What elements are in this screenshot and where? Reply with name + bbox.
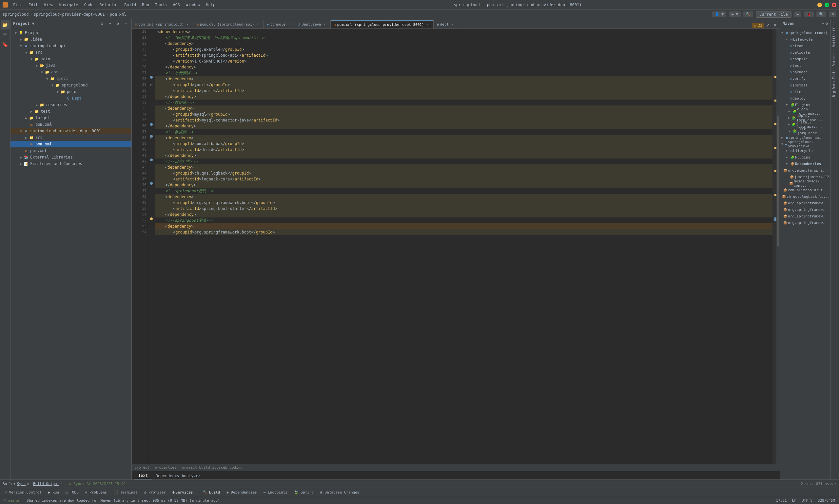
tree-springcloud-api[interactable]: ▼ ◼ springcloud-api — [11, 42, 132, 49]
tab-close-icon[interactable]: × — [287, 22, 291, 27]
line-separator[interactable]: LF — [791, 499, 798, 503]
warning-count[interactable]: ⚠ 22 — [752, 23, 764, 28]
maven-dep-mysql[interactable]: 📦 mysql:mysql-con... — [780, 180, 831, 187]
tab-pom-api[interactable]: m pom.xml (springcloud-api) × — [193, 20, 264, 29]
tree-qiezi[interactable]: ▼ 📁 qiezi — [11, 75, 132, 82]
maven-lifecycle-deploy[interactable]: ⚙ deploy — [780, 95, 831, 102]
debug-button[interactable]: 🐞 — [804, 12, 814, 17]
build-output-close-button[interactable]: × — [60, 482, 63, 486]
services-button[interactable]: ⚙ Services — [171, 490, 195, 495]
bottom-tab-properties[interactable]: properties — [155, 465, 176, 470]
bookmarks-toggle[interactable]: 🔖 — [1, 40, 10, 49]
tab-console[interactable]: ▶ console × — [264, 20, 295, 29]
tab-close-icon[interactable]: × — [256, 22, 260, 27]
maven-dep-druid[interactable]: 📦 com.alibaba:drui... — [780, 187, 831, 193]
maven-lifecycle-verify[interactable]: ⚙ verify — [780, 75, 831, 82]
gear-icon[interactable]: ⚙ — [115, 20, 121, 27]
tree-external-libs[interactable]: ▶ 📚 External Libraries — [11, 154, 132, 160]
tab-close-icon[interactable]: × — [450, 22, 455, 27]
collapse-all-button[interactable]: ⊟ — [99, 20, 105, 27]
version-control-button[interactable]: ⑂ Version Control — [3, 490, 43, 495]
bookmark-marker-43[interactable] — [150, 159, 153, 161]
close-button[interactable]: × — [832, 3, 836, 7]
bookmark-marker-33[interactable] — [150, 123, 153, 126]
sync-close-button[interactable]: × — [27, 482, 29, 486]
tab-close-icon[interactable]: × — [322, 22, 327, 27]
build-expand-button[interactable]: ↑ — [834, 482, 836, 486]
maven-plugin-site[interactable]: ▶ 🧩 site (org.apac... — [780, 128, 831, 134]
minimize-button[interactable]: − — [817, 3, 822, 7]
split-editor-button[interactable]: ⊞ — [772, 22, 779, 29]
tree-springcloud-pkg[interactable]: ▼ 📁 springcloud — [11, 82, 132, 88]
scroll-to-end-button[interactable]: ↔ — [106, 20, 113, 27]
memory-indicator[interactable]: 328/845M — [816, 499, 836, 503]
maven-lifecycle-test[interactable]: ⚙ test — [780, 62, 831, 69]
editor-scrollbar-thumb[interactable] — [777, 116, 779, 246]
problems-button[interactable]: ⊗ Problems — [83, 490, 109, 495]
big-data-tools-toggle[interactable]: Big Data Tools — [832, 68, 839, 98]
bottom-tab-project[interactable]: project — [134, 465, 150, 470]
maven-dep-logback[interactable]: 📦 ch.qos.logback:lo... — [780, 193, 831, 200]
bottom-tab-source-encoding[interactable]: project.build.sourceEncoding — [182, 465, 243, 470]
bookmark-marker-53[interactable] — [150, 217, 153, 220]
tree-java[interactable]: ▼ 📂 java — [11, 62, 132, 69]
menu-edit[interactable]: Edit — [26, 2, 41, 8]
profile-button[interactable]: 👤 ▼ — [712, 12, 726, 17]
maven-lifecycle-compile[interactable]: ⚙ compile — [780, 56, 831, 62]
tab-pom-provider[interactable]: m pom.xml (springcloud-provider-dept-800… — [331, 20, 434, 29]
breadcrumb-springcloud[interactable]: springcloud — [3, 12, 29, 17]
tree-pom-provider[interactable]: m pom.xml — [11, 141, 132, 147]
menu-code[interactable]: Code — [82, 2, 97, 8]
run-button-bottom[interactable]: ▶ Run — [46, 490, 61, 495]
terminal-button[interactable]: ⬛ Terminal — [111, 490, 140, 495]
menu-navigate[interactable]: Navigate — [57, 2, 81, 8]
tree-target[interactable]: ▶ 📁 target — [11, 114, 132, 121]
current-file-selector[interactable]: Current File — [756, 11, 791, 18]
maven-lifecycle-clean[interactable]: ⚙ clean — [780, 42, 831, 49]
menu-help[interactable]: Help — [203, 2, 218, 8]
maven-provider-plugins[interactable]: ▶ 🧩 Plugins — [780, 154, 831, 160]
tree-src-1[interactable]: ▼ 📁 src — [11, 49, 132, 56]
notifications-panel-toggle[interactable]: Notifications — [832, 20, 839, 49]
menu-tools[interactable]: Tools — [152, 2, 170, 8]
bookmark-marker-48[interactable] — [150, 182, 153, 185]
project-panel-toggle[interactable]: 📁 — [1, 20, 10, 30]
code-editor[interactable]: <dependencies> <!--我们需要拿到实体类，所以要配置api mo… — [155, 29, 772, 464]
maven-dep-org-example[interactable]: 📦 org.example:spri... — [780, 167, 831, 174]
tab-close-icon[interactable]: × — [185, 22, 190, 27]
maven-springcloud-provider[interactable]: ▼ ◼ springcloud-provider-d... — [780, 141, 831, 147]
tree-pom-api[interactable]: m pom.xml — [11, 121, 132, 128]
tree-resources[interactable]: ▶ 📁 resources — [11, 102, 132, 108]
tab-close-icon[interactable]: × — [425, 22, 430, 27]
tab-dept-db[interactable]: ⊞ dept × — [434, 20, 458, 29]
tree-scratches[interactable]: ▶ 📝 Scratches and Consoles — [11, 160, 132, 167]
tree-pom-root[interactable]: m pom.xml — [11, 147, 132, 154]
editor-scrollbar[interactable] — [776, 29, 780, 464]
status-git[interactable]: ⑂ master — [3, 499, 23, 503]
menu-refactor[interactable]: Refactor — [97, 2, 121, 8]
dependencies-button[interactable]: ◈ Dependencies — [225, 490, 259, 495]
maven-provider-lifecycle[interactable]: ▶ ◷ Lifecycle — [780, 147, 831, 154]
sync-tab[interactable]: Sync — [17, 482, 26, 486]
build-output-tab[interactable]: Build Output — [33, 482, 59, 486]
structure-toggle[interactable]: ☰ — [1, 30, 10, 39]
tree-project[interactable]: ▼ 💡 Project — [11, 30, 132, 36]
maven-settings-button[interactable]: ⚙ — [825, 21, 828, 26]
spring-button[interactable]: 🍃 Spring — [292, 490, 316, 495]
menu-window[interactable]: Window — [183, 2, 203, 8]
menu-view[interactable]: View — [41, 2, 56, 8]
tab-text[interactable]: Text — [134, 472, 152, 480]
settings-button[interactable]: ⚙ — [829, 12, 836, 17]
close-panel-button[interactable]: − — [122, 20, 129, 27]
database-panel-toggle[interactable]: Database — [832, 49, 839, 68]
endpoints-button[interactable]: ⇥ Endpoints — [262, 490, 290, 495]
maven-collapse-button[interactable]: − — [822, 21, 824, 26]
tree-provider-module[interactable]: ▼ ◼ springcloud-provider-dept-8001 — [11, 128, 132, 134]
search-button[interactable]: 🔍 — [816, 12, 826, 17]
run-button[interactable]: ▶ — [794, 12, 802, 17]
menu-build[interactable]: Build — [122, 2, 139, 8]
tab-pom-springcloud[interactable]: m pom.xml (springcloud) × — [132, 20, 193, 29]
build-button-bottom[interactable]: 🔨 Build — [200, 490, 222, 495]
maven-dep-spring-1[interactable]: 📦 org.springframew... — [780, 200, 831, 206]
breadcrumb-file[interactable]: pom.xml — [110, 12, 126, 17]
